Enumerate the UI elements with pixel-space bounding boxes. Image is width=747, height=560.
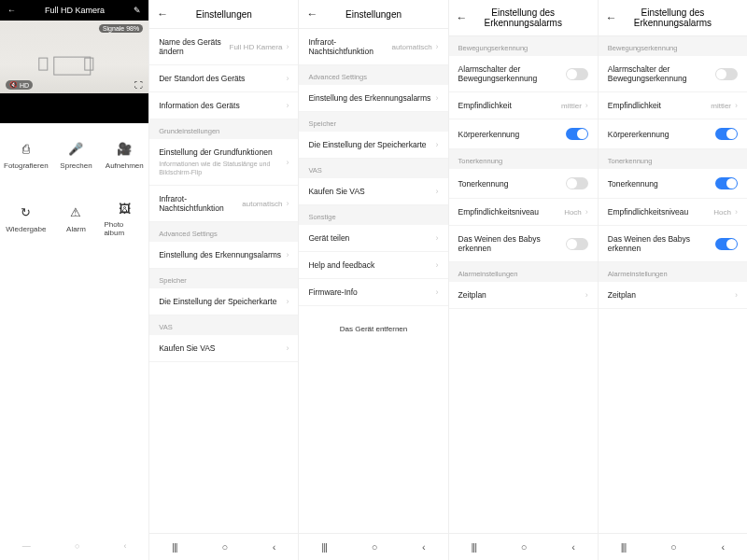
toggle-off [566,177,588,189]
chevron-right-icon: › [286,250,289,259]
section-motion: Bewegungserkennung [599,36,747,56]
playback-icon: ↻ [18,204,35,221]
section-alarm: Alarmeinstellungen [449,262,598,282]
section-vas: VAS [299,159,447,178]
row-schedule[interactable]: Zeitplan› [449,282,598,309]
row-infrared[interactable]: Infrarot-Nachtsichtfunktionautomatisch› [149,186,298,222]
video-icon: 🎥 [116,141,133,158]
chevron-right-icon: › [286,199,289,208]
page-title: Einstellung des Erkennungsalarms [470,7,577,28]
camera-title: Full HD Kamera [16,6,134,15]
row-sensitivity[interactable]: Empfindlichkeitmittler› [449,92,598,119]
chevron-right-icon: › [286,297,289,306]
page-title: Einstellungen [170,9,277,20]
row-baby-cry[interactable]: Das Weinen des Babys erkennen [599,226,747,262]
chevron-right-icon: › [286,101,289,110]
camera-icon: ⎙ [18,141,35,158]
photo-button[interactable]: ⎙Fotografieren [0,123,52,187]
back-icon[interactable]: ← [157,7,170,21]
back-icon[interactable]: ← [306,7,319,21]
screen-alarm-settings-2: ← Einstellung des Erkennungsalarms Beweg… [599,0,747,560]
section-advanced: Advanced Settings [299,65,447,85]
fullscreen-icon[interactable]: ⛶ [134,80,143,90]
chevron-right-icon: › [286,158,289,167]
record-button[interactable]: 🎥Aufnehmen [100,123,148,187]
page-title: Einstellung des Erkennungsalarms [619,7,726,28]
alarm-button[interactable]: ⚠Alarm [52,187,101,250]
section-basic: Grundeinstellungen [149,119,298,139]
playback-button[interactable]: ↻Wiedergabe [0,187,52,250]
row-device-name[interactable]: Name des Geräts ändernFull HD Kamera› [149,29,298,65]
speak-button[interactable]: 🎤Sprechen [52,123,101,187]
row-infrared[interactable]: Infrarot-Nachtsichtfunktionautomatisch› [299,29,447,65]
row-body-detection[interactable]: Körpererkennung [449,119,598,149]
toggle-off [566,68,588,80]
section-storage: Speicher [299,112,447,132]
mic-icon: 🎤 [67,141,84,158]
section-other: Sonstige [299,205,447,225]
toggle-on [566,128,588,140]
back-icon[interactable]: ← [606,11,619,24]
section-vas: VAS [149,315,298,335]
section-motion: Bewegungserkennung [449,36,598,56]
row-sound-detection[interactable]: Tonerkennung [599,169,747,199]
row-help[interactable]: Help and feedback› [299,252,447,279]
row-storage-card[interactable]: Die Einstellung der Speicherkarte› [149,288,298,315]
signal-badge: Signale 98% [99,24,143,33]
row-basic-functions[interactable]: Einstellung der GrundfunktionenInformati… [149,139,298,186]
android-nav: |||○‹ [149,533,298,560]
toggle-off [715,68,738,80]
row-detection-alarm[interactable]: Einstellung des Erkennungsalarms› [149,242,298,269]
android-nav: |||○‹ [299,533,447,560]
screen-camera-live: ← Full HD Kamera ✎ Signale 98% 🔇HD ⛶ ⎙Fo… [0,0,149,560]
edit-icon[interactable]: ✎ [134,6,141,15]
row-body-detection[interactable]: Körpererkennung [599,119,747,149]
screen-settings-1: ← Einstellungen Name des Geräts ändernFu… [149,0,299,560]
row-baby-cry[interactable]: Das Weinen des Babys erkennen [449,226,598,262]
page-title: Einstellungen [319,9,427,20]
toggle-on [715,128,738,140]
toggle-on [715,238,738,250]
section-alarm: Alarmeinstellungen [599,262,747,282]
row-schedule[interactable]: Zeitplan› [599,282,747,309]
section-sound: Tonerkennung [599,149,747,169]
toggle-off [566,238,588,250]
android-nav: |||○‹ [449,533,598,560]
chevron-right-icon: › [286,74,289,83]
row-storage-card[interactable]: Die Einstellung der Speicherkarte› [299,132,447,159]
row-motion-switch[interactable]: Alarmschalter der Bewegungserkennung [449,56,598,92]
remove-device-button[interactable]: Das Gerät entfernen [299,315,447,343]
chevron-right-icon: › [286,42,289,51]
row-sensitivity[interactable]: Empfindlichkeitmittler› [599,92,747,119]
row-vas[interactable]: Kaufen Sie VAS› [149,335,298,362]
row-firmware[interactable]: Firmware-Info› [299,279,447,306]
row-device-info[interactable]: Information des Geräts› [149,92,298,119]
row-sensitivity-level[interactable]: EmpfindlichkeitsniveauHoch› [449,199,598,226]
toggle-on [715,177,738,189]
row-sensitivity-level[interactable]: EmpfindlichkeitsniveauHoch› [599,199,747,226]
section-advanced: Advanced Settings [149,222,298,242]
section-storage: Speicher [149,269,298,288]
back-icon[interactable]: ← [7,6,16,15]
alarm-icon: ⚠ [67,204,84,221]
screen-alarm-settings-1: ← Einstellung des Erkennungsalarms Beweg… [449,0,599,560]
album-icon: 🖼 [116,200,133,217]
back-icon[interactable]: ← [457,11,470,24]
row-vas[interactable]: Kaufen Sie VAS› [299,178,447,205]
hd-badge[interactable]: 🔇HD [6,80,33,90]
row-sound-detection[interactable]: Tonerkennung [449,169,598,199]
android-nav: ―○‹ [0,532,148,560]
screen-settings-2: ← Einstellungen Infrarot-Nachtsichtfunkt… [299,0,448,560]
row-share-device[interactable]: Gerät teilen› [299,225,447,252]
android-nav: |||○‹ [599,533,747,560]
section-sound: Tonerkennung [449,149,598,169]
album-button[interactable]: 🖼Photo album [100,187,148,250]
camera-preview[interactable]: Signale 98% 🔇HD ⛶ [0,21,148,93]
row-detection-alarm[interactable]: Einstellung des Erkennungsalarms› [299,85,447,112]
row-device-location[interactable]: Der Standort des Geräts› [149,65,298,92]
chevron-right-icon: › [286,343,289,353]
row-motion-switch[interactable]: Alarmschalter der Bewegungserkennung [599,56,747,92]
